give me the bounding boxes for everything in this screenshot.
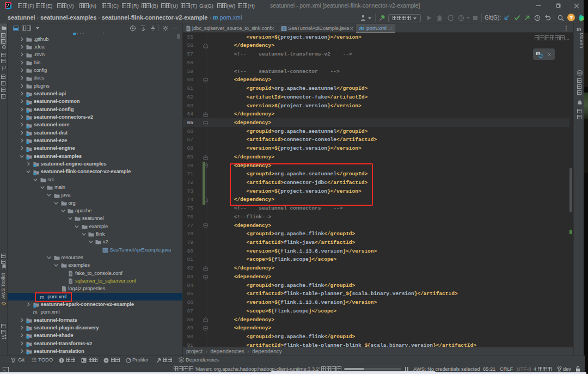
svg-text:C: C: [104, 248, 107, 252]
svg-text:C: C: [283, 27, 285, 30]
